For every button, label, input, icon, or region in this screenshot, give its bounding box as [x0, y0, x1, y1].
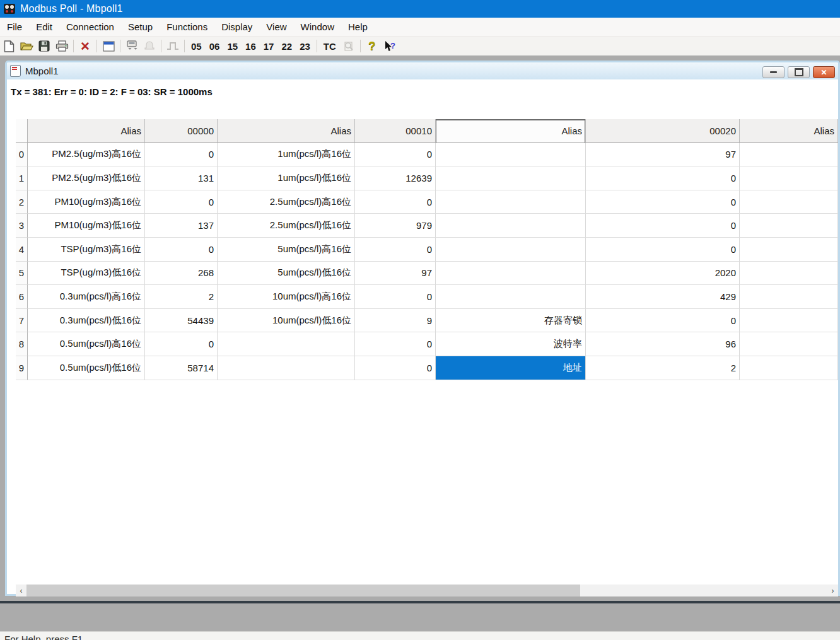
grid-header-alias-1[interactable]: Alias — [28, 119, 145, 143]
grid-cell-alias[interactable] — [436, 166, 586, 190]
function-23-button[interactable]: 23 — [296, 38, 313, 54]
grid-cell-alias[interactable]: TSP(ug/m3)高16位 — [28, 238, 145, 262]
function-16-button[interactable]: 16 — [242, 38, 259, 54]
grid-cell-alias[interactable] — [436, 190, 586, 214]
menu-display[interactable]: Display — [214, 19, 259, 35]
grid-cell-alias[interactable] — [740, 238, 838, 262]
grid-header-alias-2[interactable]: Alias — [218, 119, 355, 143]
function-22-button[interactable]: 22 — [278, 38, 295, 54]
grid-cell-alias[interactable]: 存器寄锁 — [436, 309, 586, 333]
grid-cell-alias[interactable]: TSP(ug/m3)低16位 — [28, 262, 145, 286]
cancel-icon[interactable]: ✕ — [77, 38, 93, 54]
menu-file[interactable]: File — [0, 19, 29, 35]
scrollbar-track[interactable] — [26, 585, 827, 596]
grid-cell-value[interactable]: 0 — [586, 214, 740, 238]
function-17-button[interactable]: 17 — [260, 38, 277, 54]
close-button[interactable]: ✕ — [813, 66, 835, 78]
grid-cell-value[interactable]: 0 — [355, 356, 436, 380]
grid-cell-alias-selected[interactable]: 地址 — [436, 356, 586, 380]
grid-cell-value[interactable]: 2 — [586, 356, 740, 380]
grid-cell-value[interactable]: 2020 — [586, 262, 740, 286]
grid-cell-value[interactable]: 96 — [586, 332, 740, 356]
grid-cell-value[interactable]: 0 — [355, 238, 436, 262]
grid-header-00010[interactable]: 00010 — [355, 119, 436, 143]
new-file-icon[interactable] — [1, 38, 17, 54]
grid-cell-alias[interactable]: 0.5um(pcs/l)高16位 — [28, 332, 145, 356]
row-header[interactable]: 5 — [16, 262, 28, 286]
grid-cell-value[interactable]: 0 — [586, 309, 740, 333]
grid-cell-value[interactable]: 0 — [586, 166, 740, 190]
function-06-button[interactable]: 06 — [206, 38, 223, 54]
row-header[interactable]: 2 — [16, 190, 28, 214]
alarm-icon[interactable] — [141, 38, 158, 54]
grid-cell-value[interactable]: 0 — [145, 238, 218, 262]
grid-cell-alias[interactable]: 10um(pcs/l)低16位 — [218, 309, 355, 333]
grid-cell-alias[interactable]: 1um(pcs/l)低16位 — [218, 166, 355, 190]
open-file-icon[interactable] — [18, 38, 35, 54]
grid-cell-value[interactable]: 0 — [355, 190, 436, 214]
save-icon[interactable] — [36, 38, 52, 54]
menu-setup[interactable]: Setup — [121, 19, 160, 35]
row-header[interactable]: 9 — [16, 356, 28, 380]
row-header[interactable]: 0 — [16, 143, 28, 167]
grid-cell-value[interactable]: 9 — [355, 309, 436, 333]
grid-cell-value[interactable]: 0 — [145, 332, 218, 356]
scroll-right-icon[interactable]: › — [827, 585, 838, 596]
grid-cell-value[interactable]: 2 — [145, 285, 218, 309]
grid-cell-alias[interactable]: PM2.5(ug/m3)低16位 — [28, 166, 145, 190]
grid-cell-value[interactable]: 0 — [586, 238, 740, 262]
grid-cell-alias[interactable] — [740, 166, 838, 190]
grid-cell-alias[interactable] — [436, 285, 586, 309]
row-header[interactable]: 3 — [16, 214, 28, 238]
menu-help[interactable]: Help — [341, 19, 375, 35]
test-center-button[interactable]: TC — [320, 38, 339, 54]
grid-cell-alias[interactable]: 10um(pcs/l)高16位 — [218, 285, 355, 309]
grid-cell-alias[interactable] — [740, 262, 838, 286]
menu-connection[interactable]: Connection — [59, 19, 121, 35]
row-header[interactable]: 1 — [16, 166, 28, 190]
grid-cell-alias[interactable] — [436, 143, 586, 167]
grid-cell-alias[interactable]: 5um(pcs/l)高16位 — [218, 238, 355, 262]
row-header[interactable]: 8 — [16, 332, 28, 356]
grid-cell-alias[interactable]: 0.3um(pcs/l)低16位 — [28, 309, 145, 333]
display-window-icon[interactable] — [100, 38, 117, 54]
grid-cell-value[interactable]: 0 — [355, 332, 436, 356]
grid-cell-alias[interactable] — [436, 262, 586, 286]
maximize-button[interactable] — [788, 66, 810, 78]
grid-cell-value[interactable]: 0 — [586, 190, 740, 214]
grid-cell-value[interactable]: 54439 — [145, 309, 218, 333]
menu-window[interactable]: Window — [294, 19, 341, 35]
row-header[interactable]: 4 — [16, 238, 28, 262]
context-help-icon[interactable]: ? — [382, 38, 398, 54]
grid-cell-alias[interactable]: 2.5um(pcs/l)高16位 — [218, 190, 355, 214]
grid-cell-value[interactable]: 97 — [355, 262, 436, 286]
grid-cell-alias[interactable]: 2.5um(pcs/l)低16位 — [218, 214, 355, 238]
about-icon[interactable]: ? — [364, 38, 380, 54]
grid-cell-alias[interactable] — [740, 214, 838, 238]
grid-cell-alias[interactable]: PM10(ug/m3)高16位 — [28, 190, 145, 214]
grid-cell-alias[interactable] — [740, 143, 838, 167]
grid-cell-alias[interactable] — [436, 214, 586, 238]
grid-cell-alias[interactable] — [740, 190, 838, 214]
scroll-left-icon[interactable]: ‹ — [16, 585, 26, 596]
grid-cell-value[interactable]: 12639 — [355, 166, 436, 190]
minimize-button[interactable] — [762, 66, 785, 78]
function-05-button[interactable]: 05 — [188, 38, 205, 54]
row-header[interactable]: 6 — [16, 285, 28, 309]
grid-cell-value[interactable]: 137 — [145, 214, 218, 238]
grid-cell-alias[interactable]: 0.3um(pcs/l)高16位 — [28, 285, 145, 309]
grid-cell-alias[interactable] — [740, 285, 838, 309]
grid-cell-value[interactable]: 0 — [355, 143, 436, 167]
grid-cell-value[interactable]: 429 — [586, 285, 740, 309]
grid-cell-value[interactable]: 0 — [145, 190, 218, 214]
grid-header-alias-3[interactable]: Alias — [436, 119, 586, 143]
grid-cell-value[interactable]: 0 — [145, 143, 218, 167]
scrollbar-thumb[interactable] — [26, 585, 580, 596]
grid-cell-alias[interactable]: 0.5um(pcs/l)低16位 — [28, 356, 145, 380]
grid-cell-alias[interactable]: 1um(pcs/l)高16位 — [218, 143, 355, 167]
document-title-bar[interactable]: Mbpoll1 — [7, 62, 838, 79]
grid-cell-alias[interactable] — [740, 356, 838, 380]
grid-cell-alias[interactable]: 5um(pcs/l)低16位 — [218, 262, 355, 286]
menu-edit[interactable]: Edit — [29, 19, 59, 35]
grid-cell-alias[interactable]: 波特率 — [436, 332, 586, 356]
